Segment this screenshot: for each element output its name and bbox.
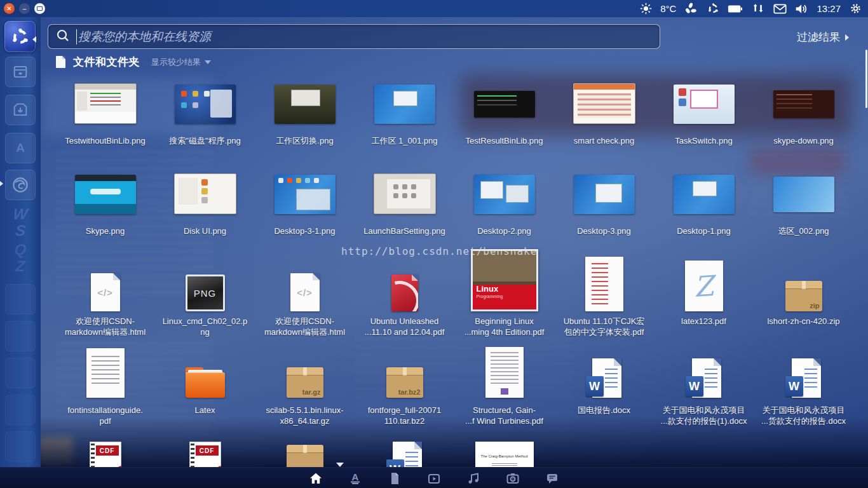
file-tile[interactable]: 搜索"磁盘"程序.png bbox=[155, 85, 255, 147]
file-grid-row: fontinstallationguide. pdf Latex tar.gzs… bbox=[55, 348, 853, 427]
screenshot-thumbnail bbox=[574, 175, 635, 214]
launcher-item-faded[interactable] bbox=[5, 284, 36, 315]
search-input[interactable] bbox=[77, 24, 660, 49]
scroll-down-indicator[interactable] bbox=[336, 463, 344, 467]
video-lens[interactable] bbox=[426, 471, 442, 486]
launcher-ghost-letter: W bbox=[0, 205, 41, 223]
network-updown-icon[interactable] bbox=[750, 1, 765, 17]
file-tile[interactable]: tar.gzscilab-5.5.1.bin.linux- x86_64.tar… bbox=[255, 348, 355, 427]
svg-text:A: A bbox=[352, 471, 359, 482]
file-tile[interactable]: fontinstallationguide. pdf bbox=[55, 348, 155, 427]
ubuntu-logo-icon[interactable] bbox=[705, 1, 721, 17]
file-tile[interactable]: smart check.png bbox=[554, 85, 654, 147]
applications-lens[interactable]: A bbox=[348, 471, 363, 486]
running-app-pip bbox=[0, 181, 3, 186]
toggle-label: 显示较少结果 bbox=[151, 57, 201, 68]
home-lens[interactable] bbox=[308, 471, 323, 486]
sun-icon[interactable] bbox=[638, 1, 653, 17]
clock-label[interactable]: 13:27 bbox=[817, 3, 841, 14]
launcher-item-faded[interactable] bbox=[5, 358, 36, 388]
file-tile[interactable]: 工作区 1_001.png bbox=[355, 85, 454, 147]
file-name: LaunchBarSetting.png bbox=[363, 226, 445, 237]
screenshot-thumbnail bbox=[374, 85, 435, 124]
dash-home-button[interactable] bbox=[4, 21, 36, 52]
file-tile[interactable]: </>欢迎使用CSDN- markdown编辑器.html bbox=[255, 251, 355, 338]
file-name: TaskSwitch.png bbox=[675, 136, 732, 147]
file-name: Beginning Linux ...ming 4th Edition.pdf bbox=[465, 316, 545, 338]
top-panel: ✕ – 8°C 13:27 bbox=[0, 0, 868, 17]
launcher-item-faded[interactable] bbox=[5, 395, 36, 425]
photos-lens[interactable] bbox=[505, 471, 520, 486]
file-name: Ubuntu Unleashed ...11.10 and 12.04.pdf bbox=[365, 316, 445, 338]
file-tile[interactable]: skype-down.png bbox=[754, 85, 853, 147]
tarbz2-label: tar.bz2 bbox=[398, 388, 421, 396]
launcher-item-software-center[interactable]: A bbox=[5, 133, 36, 163]
files-lens[interactable] bbox=[387, 471, 402, 486]
file-tile[interactable]: ziplshort-zh-cn-420.zip bbox=[754, 251, 853, 338]
file-tile[interactable]: The Craig-Bampton Method bbox=[454, 442, 554, 470]
file-tile[interactable]: Structured, Gain- ...f Wind Turbines.pdf bbox=[454, 348, 554, 427]
zip-archive-icon: zip bbox=[785, 281, 822, 311]
cdf-label: CDF bbox=[96, 445, 119, 456]
launcher-item-firefox[interactable] bbox=[5, 170, 36, 200]
file-name: Skype.png bbox=[86, 226, 125, 237]
wind-swirl-icon[interactable] bbox=[683, 1, 698, 17]
filter-results-button[interactable]: 过滤结果 bbox=[797, 30, 849, 44]
file-tile[interactable]: W国电报告.docx bbox=[554, 348, 654, 427]
file-tile[interactable]: tar.bz2fontforge_full-20071 110.tar.bz2 bbox=[355, 348, 454, 427]
volume-icon[interactable] bbox=[794, 1, 810, 17]
file-name: fontforge_full-20071 110.tar.bz2 bbox=[368, 405, 442, 427]
file-tile[interactable]: CDF bbox=[55, 442, 155, 470]
file-tile[interactable]: CDF bbox=[155, 442, 255, 470]
maximize-button[interactable] bbox=[34, 3, 45, 14]
file-tile[interactable]: TaskSwitch.png bbox=[654, 85, 754, 147]
blurred-window-blob bbox=[750, 147, 845, 175]
dash-search-bar[interactable] bbox=[48, 24, 660, 49]
file-tile[interactable]: Desktop-1.png bbox=[654, 175, 754, 237]
screenshot-thumbnail bbox=[74, 83, 137, 124]
screenshot-thumbnail bbox=[674, 85, 735, 124]
file-name: 欢迎使用CSDN- markdown编辑器.html bbox=[65, 316, 146, 338]
file-tile[interactable]: Desktop-2.png bbox=[454, 175, 554, 237]
file-tile[interactable]: Ubuntu 11.10下CJK宏 包的中文字体安装.pdf bbox=[554, 251, 654, 338]
file-tile[interactable]: Ubuntu Unleashed ...11.10 and 12.04.pdf bbox=[355, 251, 454, 338]
file-tile[interactable]: W关于国电和风永茂项目 ...款支付的报告(1).docx bbox=[654, 348, 754, 427]
file-tile[interactable]: 选区_002.png bbox=[754, 175, 853, 237]
file-tile[interactable]: Zlatex123.pdf bbox=[654, 251, 754, 338]
file-name: scilab-5.5.1.bin.linux- x86_64.tar.gz bbox=[266, 405, 343, 427]
session-gear-icon[interactable] bbox=[848, 1, 863, 17]
show-fewer-results-toggle[interactable]: 显示较少结果 bbox=[151, 57, 211, 68]
file-name: 关于国电和风永茂项目 ...款支付的报告(1).docx bbox=[661, 405, 747, 427]
file-tile[interactable]: 工作区切换.png bbox=[255, 85, 355, 147]
close-button[interactable]: ✕ bbox=[4, 3, 15, 14]
file-tile[interactable]: Desktop-3-1.png bbox=[255, 175, 355, 237]
file-tile[interactable]: Disk UI.png bbox=[155, 175, 255, 237]
social-lens[interactable] bbox=[545, 471, 560, 486]
launcher-item-faded[interactable] bbox=[5, 321, 36, 351]
filter-results-label: 过滤结果 bbox=[797, 30, 840, 44]
file-tile[interactable]: Desktop-3.png bbox=[554, 175, 654, 237]
file-tile[interactable]: </>欢迎使用CSDN- markdown编辑器.html bbox=[55, 251, 155, 338]
file-tile[interactable]: Skype.png bbox=[55, 175, 155, 237]
file-tile[interactable]: LinuxProgrammingBeginning Linux ...ming … bbox=[454, 251, 554, 338]
file-tile[interactable]: TestwithoutBinLib.png bbox=[55, 85, 155, 147]
battery-icon[interactable] bbox=[728, 1, 743, 17]
indicator-tray: 8°C 13:27 bbox=[638, 1, 868, 17]
mail-icon[interactable] bbox=[772, 1, 787, 17]
launcher-item-faded[interactable] bbox=[5, 431, 36, 462]
scrollbar-handle[interactable] bbox=[865, 50, 867, 108]
file-tile[interactable]: Latex bbox=[155, 348, 255, 427]
launcher-item-downloads[interactable] bbox=[5, 95, 36, 125]
file-tile[interactable]: PNGLinux_cmd_Ch02_02.p ng bbox=[155, 251, 255, 338]
screenshot-thumbnail bbox=[175, 85, 236, 124]
pdf-page-thumbnail bbox=[585, 257, 623, 311]
file-tile[interactable]: TestResultBinLib.png bbox=[454, 85, 554, 147]
file-tile[interactable]: W关于国电和风永茂项目 ...货款支付的报告.docx bbox=[754, 348, 853, 427]
music-lens[interactable] bbox=[466, 471, 481, 486]
file-tile[interactable]: LaunchBarSetting.png bbox=[355, 175, 454, 237]
launcher-item-files[interactable] bbox=[5, 57, 36, 87]
chevron-right-icon bbox=[845, 34, 849, 41]
tarbz2-archive-icon: tar.bz2 bbox=[386, 367, 423, 398]
file-tile[interactable]: W bbox=[355, 442, 454, 470]
minimize-button[interactable]: – bbox=[19, 3, 30, 14]
